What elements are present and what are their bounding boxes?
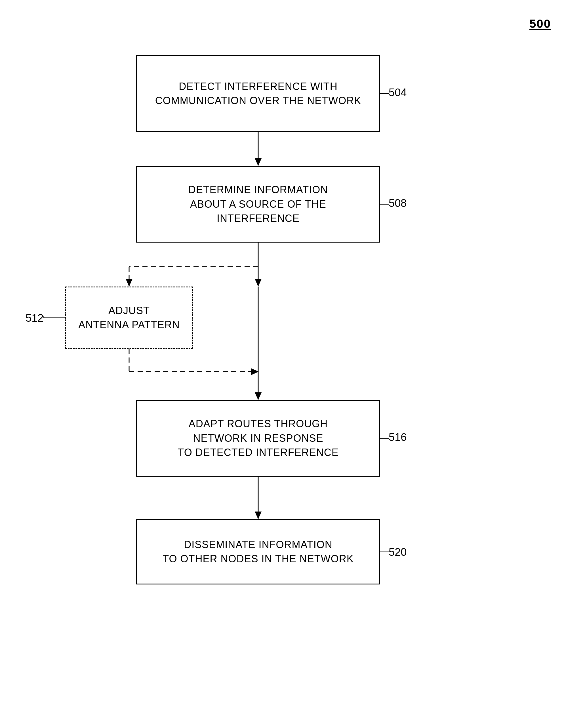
svg-marker-9 [251, 368, 259, 375]
svg-marker-1 [255, 158, 262, 166]
ref-508: 508 [389, 197, 406, 209]
figure-number: 500 [529, 17, 551, 31]
ref-520: 520 [389, 546, 406, 558]
box-520-label: DISSEMINATE INFORMATIONTO OTHER NODES IN… [163, 538, 354, 566]
ref-512: 512 [26, 312, 44, 324]
diagram-container: 500 DETECT INTERFERENCE WITH [0, 0, 585, 728]
box-516: ADAPT ROUTES THROUGHNETWORK IN RESPONSET… [136, 400, 380, 477]
svg-marker-12 [255, 392, 262, 400]
box-508: DETERMINE INFORMATIONABOUT A SOURCE OF T… [136, 166, 380, 242]
box-504: DETECT INTERFERENCE WITH COMMUNICATION O… [136, 55, 380, 132]
box-512: ADJUSTANTENNA PATTERN [65, 287, 193, 349]
ref-516: 516 [389, 431, 406, 443]
box-520: DISSEMINATE INFORMATIONTO OTHER NODES IN… [136, 519, 380, 584]
box-516-label: ADAPT ROUTES THROUGHNETWORK IN RESPONSET… [178, 417, 339, 460]
svg-marker-14 [255, 512, 262, 519]
svg-marker-6 [126, 279, 132, 287]
box-512-label: ADJUSTANTENNA PATTERN [78, 304, 180, 332]
ref-504: 504 [389, 86, 406, 99]
svg-marker-3 [255, 279, 262, 287]
box-508-label: DETERMINE INFORMATIONABOUT A SOURCE OF T… [188, 183, 328, 226]
box-504-label: DETECT INTERFERENCE WITH COMMUNICATION O… [145, 79, 371, 108]
